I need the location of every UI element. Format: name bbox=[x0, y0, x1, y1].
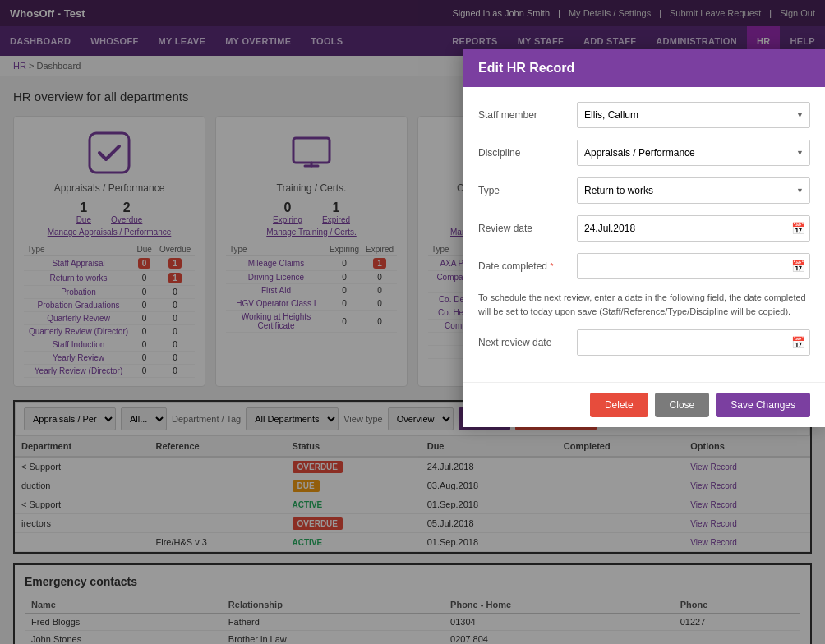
type-label: Type bbox=[478, 185, 569, 196]
type-select[interactable]: Return to works bbox=[577, 177, 810, 204]
type-row: Type Return to works bbox=[478, 177, 810, 204]
discipline-row: Discipline Appraisals / Performance bbox=[478, 140, 810, 166]
date-completed-row: Date completed * 📅 bbox=[478, 253, 810, 279]
review-date-label: Review date bbox=[478, 223, 569, 234]
calendar-icon-3: 📅 bbox=[791, 336, 805, 349]
date-completed-input[interactable] bbox=[577, 253, 810, 279]
review-date-input[interactable] bbox=[577, 215, 810, 242]
date-completed-wrap: 📅 bbox=[577, 253, 810, 279]
calendar-icon: 📅 bbox=[791, 222, 805, 235]
date-completed-label: Date completed * bbox=[478, 260, 569, 272]
discipline-select-wrap: Appraisals / Performance bbox=[577, 140, 810, 166]
next-review-label: Next review date bbox=[478, 337, 569, 348]
next-review-input[interactable] bbox=[577, 329, 810, 356]
staff-member-label: Staff member bbox=[478, 109, 569, 121]
close-button[interactable]: Close bbox=[655, 393, 710, 417]
schedule-note: To schedule the next review, enter a dat… bbox=[478, 291, 810, 318]
calendar-icon-2: 📅 bbox=[791, 260, 805, 273]
delete-button[interactable]: Delete bbox=[590, 393, 648, 417]
next-review-row: Next review date 📅 bbox=[478, 329, 810, 356]
review-date-wrap: 📅 bbox=[577, 215, 810, 242]
modal-overlay: Edit HR Record Staff member Ellis, Callu… bbox=[0, 0, 825, 644]
staff-member-select[interactable]: Ellis, Callum bbox=[577, 102, 810, 128]
discipline-select[interactable]: Appraisals / Performance bbox=[577, 140, 810, 166]
edit-hr-record-modal: Edit HR Record Staff member Ellis, Callu… bbox=[463, 49, 825, 427]
next-review-wrap: 📅 bbox=[577, 329, 810, 356]
discipline-label: Discipline bbox=[478, 147, 569, 159]
staff-member-row: Staff member Ellis, Callum bbox=[478, 102, 810, 128]
modal-body: Staff member Ellis, Callum Discipline Ap… bbox=[463, 87, 825, 382]
save-changes-button[interactable]: Save Changes bbox=[716, 393, 810, 417]
staff-member-select-wrap: Ellis, Callum bbox=[577, 102, 810, 128]
modal-footer: Delete Close Save Changes bbox=[463, 382, 825, 427]
type-select-wrap: Return to works bbox=[577, 177, 810, 204]
modal-header: Edit HR Record bbox=[463, 49, 825, 87]
modal-title: Edit HR Record bbox=[478, 61, 574, 75]
review-date-row: Review date 📅 bbox=[478, 215, 810, 242]
